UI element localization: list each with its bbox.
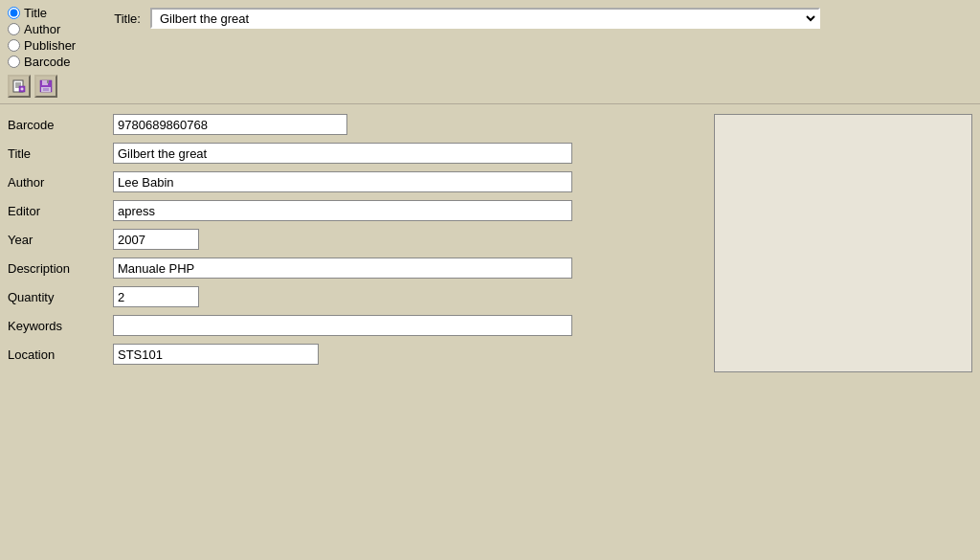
barcode-label: Barcode bbox=[8, 118, 113, 132]
title-label: Title bbox=[8, 146, 113, 161]
barcode-row: Barcode bbox=[8, 114, 704, 135]
author-row: Author bbox=[8, 171, 704, 192]
svg-rect-11 bbox=[43, 88, 49, 91]
radio-barcode-item[interactable]: Barcode bbox=[8, 55, 76, 69]
editor-label: Editor bbox=[8, 204, 113, 218]
year-label: Year bbox=[8, 233, 113, 247]
radio-author[interactable] bbox=[8, 23, 20, 35]
title-row: Title bbox=[8, 143, 704, 164]
new-button[interactable] bbox=[8, 75, 31, 98]
editor-row: Editor bbox=[8, 200, 704, 221]
save-button[interactable] bbox=[34, 75, 57, 98]
radio-publisher[interactable] bbox=[8, 39, 20, 52]
barcode-input[interactable] bbox=[113, 114, 347, 135]
radio-barcode[interactable] bbox=[8, 56, 20, 68]
radio-title-label: Title bbox=[24, 6, 47, 20]
main-content: Barcode Title Author Editor Year Descrip… bbox=[0, 104, 980, 382]
search-area: Title: Gilbert the great bbox=[114, 6, 820, 29]
toolbar bbox=[0, 69, 980, 104]
author-input[interactable] bbox=[113, 171, 572, 192]
radio-author-item[interactable]: Author bbox=[8, 22, 76, 36]
search-title-dropdown[interactable]: Gilbert the great bbox=[150, 8, 820, 29]
keywords-label: Keywords bbox=[8, 319, 113, 333]
title-input[interactable] bbox=[113, 143, 572, 164]
keywords-row: Keywords bbox=[8, 315, 704, 336]
editor-input[interactable] bbox=[113, 200, 572, 221]
radio-barcode-label: Barcode bbox=[24, 55, 70, 69]
quantity-row: Quantity bbox=[8, 286, 704, 307]
form-section: Barcode Title Author Editor Year Descrip… bbox=[8, 114, 704, 372]
year-row: Year bbox=[8, 229, 704, 250]
keywords-input[interactable] bbox=[113, 315, 572, 336]
radio-publisher-label: Publisher bbox=[24, 38, 76, 53]
quantity-input[interactable] bbox=[113, 286, 199, 307]
location-row: Location bbox=[8, 344, 704, 365]
radio-author-label: Author bbox=[24, 22, 60, 36]
description-input[interactable] bbox=[113, 258, 572, 279]
image-panel bbox=[714, 114, 972, 372]
year-input[interactable] bbox=[113, 229, 199, 250]
description-row: Description bbox=[8, 258, 704, 279]
radio-publisher-item[interactable]: Publisher bbox=[8, 38, 76, 53]
description-label: Description bbox=[8, 261, 113, 276]
radio-title-item[interactable]: Title bbox=[8, 6, 76, 20]
location-input[interactable] bbox=[113, 344, 319, 365]
radio-title[interactable] bbox=[8, 7, 20, 19]
search-title-label: Title: bbox=[114, 11, 141, 26]
location-label: Location bbox=[8, 347, 113, 362]
svg-rect-9 bbox=[47, 80, 49, 83]
author-label: Author bbox=[8, 175, 113, 190]
radio-group: Title Author Publisher Barcode bbox=[8, 6, 95, 69]
quantity-label: Quantity bbox=[8, 290, 113, 304]
